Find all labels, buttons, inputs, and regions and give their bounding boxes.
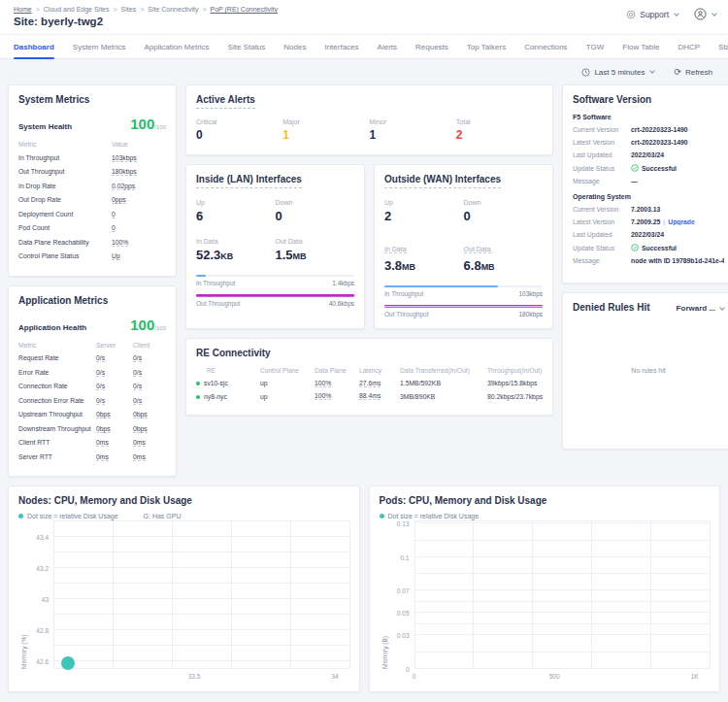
- metric-client-value[interactable]: 0bps: [133, 425, 148, 433]
- metric-client-value[interactable]: 0ms: [133, 439, 146, 447]
- data-point[interactable]: [61, 656, 75, 670]
- software-value: 2022/03/24: [631, 231, 724, 238]
- gridline: [53, 598, 349, 599]
- tab-connections[interactable]: Connections: [524, 35, 567, 58]
- metric-value[interactable]: 0: [112, 211, 116, 218]
- account-menu[interactable]: [694, 8, 716, 20]
- tab-interfaces[interactable]: Interfaces: [324, 35, 358, 58]
- metric-label: Request Rate: [18, 354, 96, 362]
- metric-server-value[interactable]: 0/s: [96, 383, 105, 390]
- table-row: Upstream Throughput0bps0bps: [18, 411, 166, 418]
- in-throughput-value: 103kbps: [518, 290, 543, 297]
- metric-client-value[interactable]: 0bps: [133, 411, 148, 418]
- gridline: [53, 567, 349, 568]
- tab-nodes[interactable]: Nodes: [283, 35, 306, 58]
- software-value: crt-20220323-1490: [631, 139, 724, 146]
- support-menu[interactable]: Support: [626, 10, 678, 19]
- metric-client-value[interactable]: 0ms: [133, 453, 146, 461]
- in-data-label[interactable]: In Data: [384, 246, 407, 253]
- breadcrumb-item-site-connectivity[interactable]: Site Connectivity: [148, 6, 198, 13]
- tab-flow-table[interactable]: Flow Table: [622, 35, 659, 58]
- in-throughput-spark: [384, 285, 543, 287]
- software-row: Last Updated2022/03/24: [573, 231, 724, 238]
- breadcrumb-item-pop-re-connectivity[interactable]: PoP (RE) Connectivity: [210, 6, 278, 13]
- software-label: Current Version: [573, 126, 631, 133]
- tab-alerts[interactable]: Alerts: [378, 35, 397, 58]
- gridline: [650, 521, 651, 669]
- metric-server-value[interactable]: 0ms: [96, 439, 109, 447]
- refresh-button[interactable]: ⟳ Refresh: [674, 67, 712, 77]
- re-name-cell: sv10-sjc: [196, 380, 260, 386]
- software-value: crt-20220323-1490: [631, 126, 724, 133]
- metric-value[interactable]: 0.02pps: [112, 183, 135, 190]
- software-row: Latest Versioncrt-20220323-1490: [573, 139, 724, 146]
- metric-client-value[interactable]: 0/s: [133, 369, 142, 377]
- tab-dashboard[interactable]: Dashboard: [14, 35, 54, 58]
- software-row: Update StatusSuccessful: [573, 244, 724, 251]
- wan-interfaces-link[interactable]: Outside (WAN) Interfaces: [384, 174, 501, 188]
- gridline: [414, 556, 711, 557]
- out-data-label[interactable]: Out Data: [464, 246, 491, 253]
- lan-interfaces-link[interactable]: Inside (LAN) Interfaces: [196, 174, 302, 188]
- data-plane-value[interactable]: 100%: [314, 392, 331, 400]
- software-row: Message—: [573, 178, 724, 184]
- metric-value[interactable]: 0: [112, 224, 116, 232]
- metric-server-value[interactable]: 0/s: [96, 369, 105, 377]
- tab-system-metrics[interactable]: System Metrics: [73, 35, 126, 58]
- metric-server-value[interactable]: 0ms: [96, 453, 109, 461]
- data-plane-value[interactable]: 100%: [314, 380, 331, 387]
- breadcrumb-item-home[interactable]: Home: [14, 6, 32, 13]
- tab-dhcp[interactable]: DHCP: [678, 35, 700, 58]
- active-alerts-card: Active Alerts Critical0Major1Minor1Total…: [185, 84, 553, 155]
- breadcrumb-item-cloud-and-edge-sites[interactable]: Cloud and Edge Sites: [44, 6, 110, 13]
- gridline: [53, 520, 349, 521]
- table-header: Metric Server Client: [18, 342, 166, 349]
- metric-server-value[interactable]: 0/s: [96, 354, 105, 362]
- metric-label: In Drop Rate: [18, 183, 112, 190]
- metric-value[interactable]: 100%: [112, 239, 128, 247]
- metric-client-value[interactable]: 0/s: [133, 397, 142, 405]
- y-tick-label: 0.13: [397, 520, 410, 527]
- active-alerts-link[interactable]: Active Alerts: [196, 94, 255, 109]
- tab-tgw[interactable]: TGW: [586, 35, 605, 58]
- software-value: 7.2009.25|Upgrade: [631, 218, 724, 225]
- metric-server-value[interactable]: 0/s: [96, 397, 105, 405]
- tab-requests[interactable]: Requests: [415, 35, 448, 58]
- metric-client-value[interactable]: 0/s: [133, 354, 142, 362]
- latency-value[interactable]: 88.4ms: [359, 392, 381, 400]
- upgrade-link[interactable]: Upgrade: [668, 218, 695, 225]
- software-value-text: 7.2009.25: [631, 218, 660, 225]
- metric-value[interactable]: Up: [112, 252, 120, 260]
- charts-row: Nodes: CPU, Memory and Disk Usage Dot si…: [0, 477, 728, 700]
- tab-top-talkers[interactable]: Top Talkers: [467, 35, 506, 58]
- header: Home>Cloud and Edge Sites>Sites>Site Con…: [0, 0, 728, 34]
- column-header: Client: [133, 342, 166, 349]
- page-title: Site: byerly-twg2: [14, 16, 714, 27]
- metric-value[interactable]: 103kbps: [112, 154, 137, 162]
- tab-site-status[interactable]: Site Status: [228, 35, 266, 58]
- interfaces-row: Inside (LAN) Interfaces Up6 Down0 In Dat…: [185, 164, 553, 329]
- alerts-summary: Critical0Major1Minor1Total2: [196, 118, 543, 142]
- metric-label: Out Throughput: [18, 168, 112, 176]
- gridline: [414, 573, 711, 574]
- alert-label: Total: [456, 118, 543, 125]
- metric-value[interactable]: 180kbps: [112, 168, 137, 176]
- table-row: sv10-sjcup100%27.6ms1.5MB/592KB39kbps/15…: [196, 380, 543, 387]
- breadcrumb-item-sites[interactable]: Sites: [121, 6, 137, 13]
- in-throughput-spark: [196, 275, 354, 277]
- out-throughput-value: 40.6kbps: [329, 300, 354, 307]
- latency-value[interactable]: 27.6ms: [359, 380, 381, 387]
- time-range-selector[interactable]: Last 5 minutes: [581, 68, 654, 77]
- rules-direction-dropdown[interactable]: Forward ...: [677, 304, 724, 313]
- metric-client-value[interactable]: 0/s: [133, 383, 142, 390]
- re-name-cell: ny8-nyc: [196, 393, 260, 400]
- metric-server-value[interactable]: 0bps: [96, 425, 111, 433]
- software-value: Successful: [631, 164, 724, 172]
- gridline: [113, 521, 114, 669]
- software-row: Latest Version7.2009.25|Upgrade: [573, 218, 724, 225]
- tab-status-objects[interactable]: Status Objects: [718, 35, 728, 58]
- metric-value[interactable]: 0pps: [112, 196, 126, 204]
- metric-server-value[interactable]: 0bps: [96, 411, 111, 418]
- tab-application-metrics[interactable]: Application Metrics: [144, 35, 209, 58]
- main-grid: System Metrics System Health 100/100 Met…: [0, 82, 728, 477]
